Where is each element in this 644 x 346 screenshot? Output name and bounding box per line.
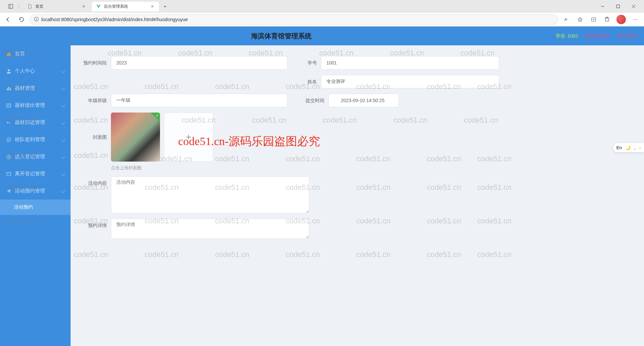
sidebar-item-label: 器材管理 bbox=[15, 85, 35, 91]
svg-rect-0 bbox=[9, 4, 13, 8]
svg-point-15 bbox=[8, 69, 10, 71]
sidebar-item-label: 器材借出管理 bbox=[15, 102, 45, 109]
quotes-icon: ‚‚ bbox=[634, 145, 636, 150]
label-submittime: 提交时间 bbox=[301, 94, 324, 107]
collections-icon[interactable] bbox=[588, 14, 600, 25]
form-item-studentid: 学号 bbox=[301, 56, 499, 70]
check-icon: ✓ bbox=[156, 113, 159, 118]
sidebar-item-home[interactable]: 首页 bbox=[0, 45, 71, 62]
app-header: 海滨体育馆管理系统 学生 1001 退出到前台 退出登录 bbox=[0, 27, 644, 45]
upload-add-button[interactable]: + bbox=[164, 113, 213, 162]
sidebar-item-leave[interactable]: 离开登记管理 bbox=[0, 165, 71, 182]
lang-label: En bbox=[616, 145, 622, 150]
favorite-icon[interactable] bbox=[574, 14, 586, 25]
moon-icon: 🌙 bbox=[625, 145, 631, 150]
svg-rect-16 bbox=[7, 88, 8, 90]
upload-area: ✓ + bbox=[111, 113, 213, 162]
sidebar-item-profile[interactable]: 个人中心 bbox=[0, 62, 71, 80]
input-submittime[interactable] bbox=[328, 94, 399, 107]
minimize-button[interactable] bbox=[595, 1, 610, 12]
check-icon bbox=[6, 137, 11, 142]
new-tab-button[interactable]: + bbox=[160, 2, 170, 11]
header-right: 学生 1001 退出到前台 退出登录 bbox=[556, 33, 637, 39]
label-studentid: 学号 bbox=[301, 56, 317, 70]
svg-rect-3 bbox=[617, 5, 620, 8]
close-icon[interactable]: × bbox=[150, 4, 155, 9]
leave-icon bbox=[6, 171, 11, 177]
sidebar-item-label: 进入登记管理 bbox=[15, 154, 45, 160]
content-area: 预约时间段 学号 姓名 年 bbox=[71, 45, 644, 346]
svg-rect-24 bbox=[7, 172, 11, 176]
browser-toolbar: A⁾ ⋯ bbox=[561, 14, 641, 25]
close-window-button[interactable] bbox=[626, 1, 641, 12]
sidebar-item-label: 器材归还管理 bbox=[15, 119, 45, 126]
tab-title: 首页 bbox=[35, 4, 78, 9]
sidebar: 首页 个人中心 器材管理 器材借出管理 器材归还管理 校队签到管理 进入登记管理 bbox=[0, 45, 71, 346]
label-content: 活动内容 bbox=[81, 176, 107, 190]
textarea-content[interactable] bbox=[111, 176, 309, 213]
return-icon bbox=[6, 120, 11, 125]
close-icon[interactable]: × bbox=[81, 4, 86, 9]
more-icon[interactable]: ⋯ bbox=[629, 14, 641, 25]
url-text: localhost:8080/springboot2yx3h/admin/dis… bbox=[41, 17, 188, 22]
input-grade[interactable] bbox=[111, 94, 287, 107]
back-button[interactable] bbox=[3, 14, 13, 25]
vue-icon bbox=[96, 4, 101, 9]
home-icon bbox=[6, 51, 11, 57]
read-aloud-icon[interactable]: A⁾ bbox=[561, 14, 573, 25]
language-widget[interactable]: En 🌙 ‚‚ › bbox=[613, 143, 644, 152]
profile-avatar[interactable] bbox=[616, 15, 626, 24]
svg-rect-17 bbox=[8, 87, 9, 90]
input-timeslot[interactable] bbox=[111, 56, 287, 70]
sidebar-item-reservation[interactable]: 活动预约管理 bbox=[0, 182, 71, 200]
logout-link[interactable]: 退出登录 bbox=[617, 33, 637, 39]
sidebar-item-borrow[interactable]: 器材借出管理 bbox=[0, 97, 71, 114]
app-title: 海滨体育馆管理系统 bbox=[7, 32, 556, 41]
site-info-icon[interactable] bbox=[34, 17, 39, 23]
browser-tab-1[interactable]: 后台管理系统 × bbox=[92, 2, 159, 11]
sidebar-item-return[interactable]: 器材归还管理 bbox=[0, 114, 71, 131]
sidebar-subitem-reservation[interactable]: 活动预约 bbox=[0, 200, 71, 215]
svg-point-8 bbox=[36, 18, 37, 18]
form-item-detail: 预约详情 bbox=[81, 219, 309, 239]
app-body: 首页 个人中心 器材管理 器材借出管理 器材归还管理 校队签到管理 进入登记管理 bbox=[0, 45, 644, 346]
sidebar-item-enter[interactable]: 进入登记管理 bbox=[0, 148, 71, 165]
form-item-submittime: 提交时间 bbox=[301, 94, 399, 107]
sidebar-item-label: 活动预约管理 bbox=[15, 188, 45, 194]
input-name[interactable] bbox=[321, 75, 499, 88]
input-studentid[interactable] bbox=[321, 56, 499, 70]
extensions-icon[interactable] bbox=[601, 14, 613, 25]
page-icon bbox=[27, 4, 33, 9]
label-detail: 预约详情 bbox=[81, 219, 107, 232]
form-item-name: 姓名 bbox=[301, 75, 499, 88]
label-cover: 封面图 bbox=[81, 113, 107, 162]
textarea-detail[interactable] bbox=[111, 219, 309, 239]
sidebar-item-checkin[interactable]: 校队签到管理 bbox=[0, 131, 71, 148]
chart-icon bbox=[6, 86, 11, 91]
label-timeslot: 预约时间段 bbox=[81, 56, 107, 70]
upload-hint: 点击上传封面图 bbox=[111, 165, 213, 171]
browser-tab-0[interactable]: 首页 × bbox=[23, 2, 90, 11]
svg-rect-18 bbox=[10, 88, 11, 90]
enter-icon bbox=[6, 154, 11, 160]
url-input[interactable]: localhost:8080/springboot2yx3h/admin/dis… bbox=[30, 14, 558, 25]
svg-rect-19 bbox=[7, 104, 11, 107]
window-controls-left bbox=[3, 1, 22, 12]
form-item-content: 活动内容 bbox=[81, 176, 309, 213]
form-item-grade: 年级班级 bbox=[81, 94, 287, 107]
tab-actions-icon[interactable] bbox=[5, 1, 16, 12]
sidebar-item-equipment[interactable]: 器材管理 bbox=[0, 80, 71, 97]
maximize-button[interactable] bbox=[610, 1, 626, 12]
sidebar-item-label: 校队签到管理 bbox=[15, 136, 45, 143]
sidebar-item-label: 首页 bbox=[15, 51, 25, 57]
form-item-cover: 封面图 ✓ + 点击上传封面图 bbox=[81, 113, 213, 171]
form-item-timeslot: 预约时间段 bbox=[81, 56, 287, 70]
tab-title: 后台管理系统 bbox=[104, 4, 147, 9]
chevron-right-icon[interactable]: › bbox=[639, 145, 641, 150]
logout-front-link[interactable]: 退出到前台 bbox=[585, 33, 610, 39]
tab-bar: 首页 × 后台管理系统 × + bbox=[0, 0, 644, 13]
list-icon bbox=[6, 103, 11, 108]
refresh-button[interactable] bbox=[16, 14, 27, 25]
label-grade: 年级班级 bbox=[81, 94, 107, 107]
upload-thumbnail[interactable]: ✓ bbox=[111, 113, 160, 162]
